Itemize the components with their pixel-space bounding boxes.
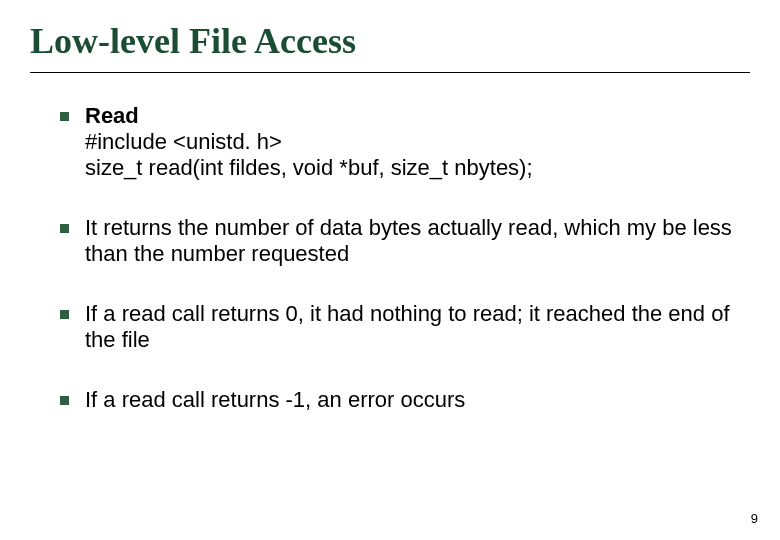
item-text: If a read call returns 0, it had nothing…: [85, 301, 730, 352]
slide-title: Low-level File Access: [30, 20, 750, 66]
page-number: 9: [751, 511, 758, 526]
square-bullet-icon: [60, 310, 69, 319]
square-bullet-icon: [60, 396, 69, 405]
square-bullet-icon: [60, 112, 69, 121]
square-bullet-icon: [60, 224, 69, 233]
list-item-body: It returns the number of data bytes actu…: [85, 215, 740, 267]
slide: Low-level File Access Read #include <uni…: [0, 0, 780, 540]
list-item: If a read call returns 0, it had nothing…: [60, 301, 740, 353]
code-line: #include <unistd. h>: [85, 129, 282, 154]
content-area: Read #include <unistd. h> size_t read(in…: [30, 103, 750, 413]
list-item: It returns the number of data bytes actu…: [60, 215, 740, 267]
item-heading: Read: [85, 103, 139, 128]
list-item-body: If a read call returns 0, it had nothing…: [85, 301, 740, 353]
code-line: size_t read(int fildes, void *buf, size_…: [85, 155, 533, 180]
list-item: Read #include <unistd. h> size_t read(in…: [60, 103, 740, 181]
item-text: It returns the number of data bytes actu…: [85, 215, 732, 266]
list-item-body: If a read call returns -1, an error occu…: [85, 387, 740, 413]
list-item-body: Read #include <unistd. h> size_t read(in…: [85, 103, 740, 181]
title-underline: [30, 72, 750, 73]
list-item: If a read call returns -1, an error occu…: [60, 387, 740, 413]
item-text: If a read call returns -1, an error occu…: [85, 387, 465, 412]
